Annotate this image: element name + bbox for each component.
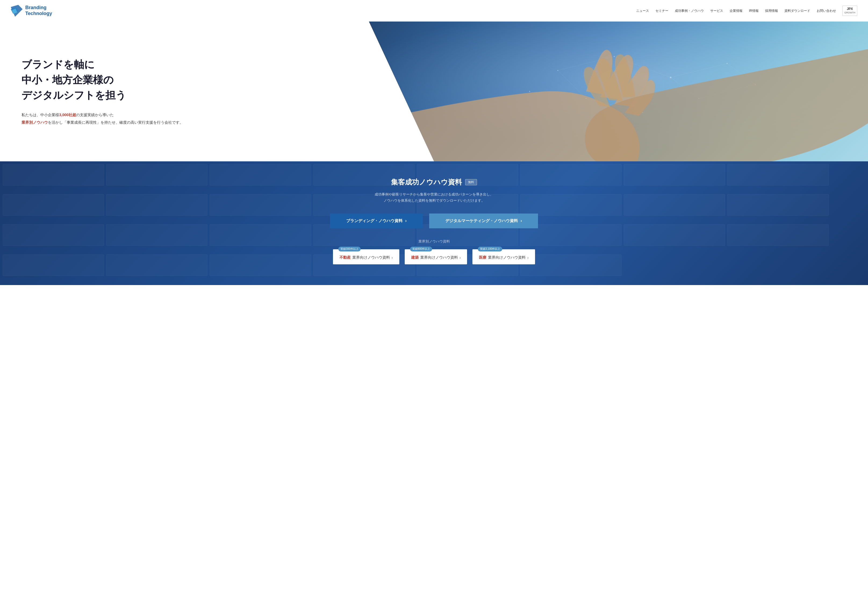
industry-label: 業界別ノウハウ資料 (11, 239, 857, 244)
industry-card-realestate[interactable]: 実績300件以上 不動産 業界向けノウハウ資料 › (333, 249, 399, 264)
chevron-icon-realestate: › (391, 255, 393, 260)
nav-ir[interactable]: IR情報 (746, 7, 761, 15)
industry-card-construction[interactable]: 実績900件以上 建築 業界向けノウハウ資料 › (405, 249, 467, 264)
nav-seminar[interactable]: セミナー (653, 7, 671, 15)
section-subtitle: 成功事例や顧客リサーチから集客や営業における成功パターンを導き出し、 ノウハウを… (11, 191, 857, 204)
chevron-right-icon-2: › (520, 218, 522, 223)
chevron-right-icon: › (405, 218, 407, 223)
hero-section: ブランドを軸に 中小・地方企業様の デジタルシフトを担う 私たちは、中小企業様3… (0, 22, 868, 161)
nav-company[interactable]: 企業情報 (727, 7, 745, 15)
nav-news[interactable]: ニュース (633, 7, 652, 15)
industry-card-text-realestate: 不動産 業界向けノウハウ資料 › (339, 255, 393, 260)
free-badge: 無料 (465, 179, 477, 185)
nav-service[interactable]: サービス (708, 7, 726, 15)
nav-download[interactable]: 資料ダウンロード (782, 7, 813, 15)
industry-cards-row: 実績300件以上 不動産 業界向けノウハウ資料 › 実績900件以上 建築 業界… (11, 249, 857, 264)
logo-text: Branding Technology (25, 5, 52, 16)
industry-badge-construction: 実績900件以上 (410, 247, 433, 251)
blue-section: 集客成功ノウハウ資料 無料 成功事例や顧客リサーチから集客や営業における成功パタ… (0, 161, 868, 285)
industry-card-medical[interactable]: 実績3,100件以上 医療 業界向けノウハウ資料 › (473, 249, 535, 264)
section-title: 集客成功ノウハウ資料 (391, 177, 462, 187)
jpx-badge: JPX GROWTH (843, 6, 857, 16)
digital-cta-button[interactable]: デジタルマーケティング・ノウハウ資料 › (429, 214, 538, 228)
hero-headline: ブランドを軸に 中小・地方企業様の デジタルシフトを担う (22, 57, 418, 103)
section-title-row: 集客成功ノウハウ資料 無料 (11, 177, 857, 187)
nav-recruit[interactable]: 採用情報 (762, 7, 781, 15)
main-nav: ニュース セミナー 成功事例・ノウハウ サービス 企業情報 IR情報 採用情報 … (633, 6, 857, 16)
hero-left: ブランドを軸に 中小・地方企業様の デジタルシフトを担う 私たちは、中小企業様3… (0, 22, 434, 161)
industry-card-text-medical: 医療 業界向けノウハウ資料 › (479, 255, 529, 260)
industry-card-text-construction: 建築 業界向けノウハウ資料 › (411, 255, 461, 260)
chevron-icon-construction: › (459, 255, 461, 260)
blue-section-content: 集客成功ノウハウ資料 無料 成功事例や顧客リサーチから集客や営業における成功パタ… (11, 177, 857, 264)
branding-cta-button[interactable]: ブランディング・ノウハウ資料 › (330, 214, 423, 228)
logo-icon (11, 5, 22, 17)
hero-body: 私たちは、中小企業様3,000社超の支援実績から導いた 業界別ノウハウを活かし「… (22, 111, 418, 126)
site-header: Branding Technology ニュース セミナー 成功事例・ノウハウ … (0, 0, 868, 22)
nav-cases[interactable]: 成功事例・ノウハウ (672, 7, 707, 15)
main-cta-row: ブランディング・ノウハウ資料 › デジタルマーケティング・ノウハウ資料 › (11, 214, 857, 228)
logo[interactable]: Branding Technology (11, 5, 52, 17)
industry-badge-realestate: 実績300件以上 (338, 247, 361, 251)
chevron-icon-medical: › (527, 255, 529, 260)
nav-contact[interactable]: お問い合わせ (814, 7, 839, 15)
industry-badge-medical: 実績3,100件以上 (478, 247, 502, 251)
